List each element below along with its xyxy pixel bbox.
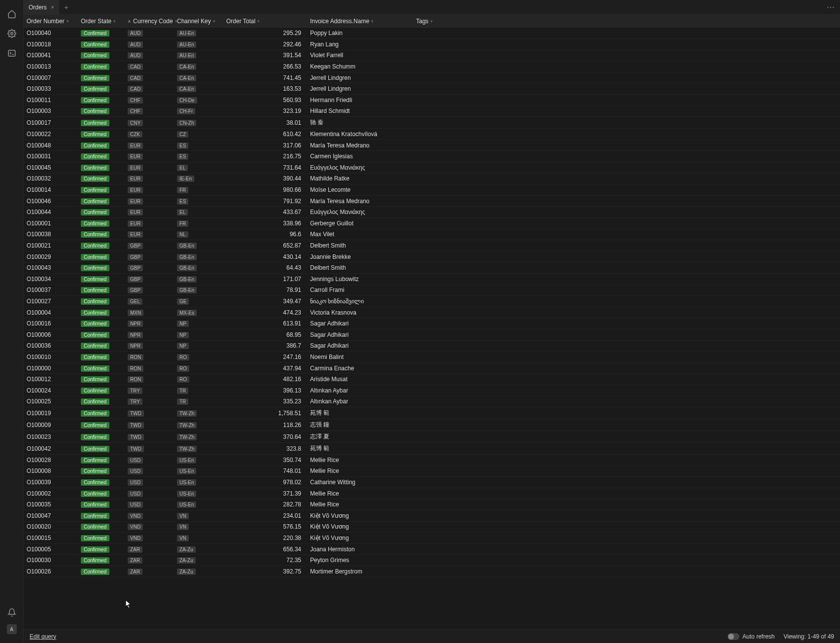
table-row[interactable]: O100003ConfirmedCHFCH-Fr323.19Hillard Sc… (24, 106, 840, 117)
table-row[interactable]: O100012ConfirmedRONRO482.16Aristide Musa… (24, 374, 840, 385)
table-row[interactable]: O100032ConfirmedEURIE-En390.44Mathilde R… (24, 173, 840, 184)
cell-channel: EL (174, 207, 223, 218)
cell-order-state: Confirmed (78, 455, 125, 466)
cell-tags (413, 95, 840, 106)
table-row[interactable]: O100008ConfirmedUSDUS-En748.01Mellie Ric… (24, 465, 840, 477)
table-row[interactable]: O100033ConfirmedCADCA-En163.53Jerrell Li… (24, 83, 840, 95)
cell-order-state: Confirmed (78, 28, 125, 39)
table-row[interactable]: O100038ConfirmedEURNL96.6Max Vilet (24, 229, 840, 240)
table-row[interactable]: O100011ConfirmedCHFCH-De560.93Hermann Fr… (24, 95, 840, 106)
colhead-order-state[interactable]: Order State ▾ (78, 15, 125, 27)
sort-asc-icon[interactable]: ∧ (128, 19, 131, 24)
colhead-invoice-name[interactable]: Invoice Address.Name ▾ (307, 15, 413, 27)
table-row[interactable]: O100022ConfirmedCZKCZ610.42Klementina Kr… (24, 129, 840, 140)
home-icon[interactable] (7, 9, 17, 19)
avatar[interactable]: A (7, 624, 17, 634)
table-row[interactable]: O100028ConfirmedUSDUS-En350.74Mellie Ric… (24, 455, 840, 466)
table-row[interactable]: O100045ConfirmedEUREL731.64Ευάγγελος Μαν… (24, 162, 840, 174)
table-row[interactable]: O100019ConfirmedTWDTW-Zh1,758.51苑博 範 (24, 407, 840, 419)
cell-channel: CH-Fr (174, 106, 223, 117)
colhead-tags[interactable]: Tags ▾ (413, 15, 436, 27)
table-row[interactable]: O100021ConfirmedGBPGB-En652.87Delbert Sm… (24, 240, 840, 251)
table-row[interactable]: O100007ConfirmedCADCA-En741.45Jerrell Li… (24, 72, 840, 83)
table-row[interactable]: O100001ConfirmedEURFR338.96Gerberge Guil… (24, 218, 840, 229)
cell-total: 350.74 (223, 455, 307, 466)
table-row[interactable]: O100002ConfirmedUSDUS-En371.39Mellie Ric… (24, 488, 840, 499)
table-row[interactable]: O100023ConfirmedTWDTW-Zh370.64志澤 夏 (24, 431, 840, 443)
filter-icon[interactable]: ▾ (257, 19, 260, 24)
auto-refresh-toggle[interactable] (728, 633, 739, 640)
table-row[interactable]: O100030ConfirmedZARZA-Zu72.35Peyton Grim… (24, 555, 840, 566)
table-row[interactable]: O100015ConfirmedVNDVN220.38Kiệt Võ Vương (24, 533, 840, 544)
table-row[interactable]: O100009ConfirmedTWDTW-Zh118.26志强 鐘 (24, 419, 840, 431)
colhead-channel-key[interactable]: Channel Key ▾ (174, 15, 223, 27)
terminal-icon[interactable] (7, 48, 17, 58)
table-row[interactable]: O100016ConfirmedNPRNP613.91Sagar Adhikar… (24, 318, 840, 329)
cell-order-number: O100004 (24, 307, 78, 318)
filter-icon[interactable]: ▾ (430, 19, 433, 24)
table-row[interactable]: O100025ConfirmedTRYTR335.23Altınkan Ayba… (24, 396, 840, 407)
cell-name: Aristide Musat (307, 374, 413, 385)
colhead-currency-code[interactable]: ∧ Currency Code ▾ (125, 15, 174, 27)
bell-icon[interactable] (7, 607, 17, 617)
cell-order-number: O100032 (24, 173, 78, 184)
cell-name: Ευάγγελος Μανιάκης (307, 207, 413, 218)
table-row[interactable]: O100026ConfirmedZARZA-Zu392.75Mortimer B… (24, 566, 840, 577)
table-row[interactable]: O100027ConfirmedGELGE349.47ნიაკო ხიზნიაშ… (24, 296, 840, 307)
colhead-order-total[interactable]: Order Total ▾ (223, 15, 307, 27)
cell-total: 748.01 (223, 465, 307, 477)
more-icon[interactable]: ⋯ (827, 2, 840, 12)
table-row[interactable]: O100013ConfirmedCADCA-En266.53Keegan Sch… (24, 61, 840, 72)
close-icon[interactable]: × (51, 3, 55, 11)
colhead-order-number[interactable]: Order Number ▾ (24, 15, 78, 27)
table-row[interactable]: O100041ConfirmedAUDAU-En391.54Violet Far… (24, 50, 840, 61)
table-row[interactable]: O100044ConfirmedEUREL433.67Ευάγγελος Μαν… (24, 207, 840, 218)
cell-currency: AUD (125, 39, 174, 50)
cell-tags (413, 431, 840, 443)
table-row[interactable]: O100037ConfirmedGBPGB-En78.91Carroll Fra… (24, 285, 840, 296)
cell-order-number: O100018 (24, 39, 78, 50)
table-row[interactable]: O100042ConfirmedTWDTW-Zh323.8苑博 範 (24, 443, 840, 455)
cell-order-state: Confirmed (78, 218, 125, 229)
filter-icon[interactable]: ▾ (113, 19, 116, 24)
table-row[interactable]: O100046ConfirmedEURES791.92María Teresa … (24, 195, 840, 207)
table-row[interactable]: O100017ConfirmedCNYCN-Zh38.01驰 秦 (24, 117, 840, 129)
add-tab-button[interactable]: + (59, 0, 73, 14)
table-row[interactable]: O100005ConfirmedZARZA-Zu656.34Joana Herm… (24, 543, 840, 555)
table-row[interactable]: O100036ConfirmedNPRNP386.7Sagar Adhikari (24, 340, 840, 352)
table-row[interactable]: O100029ConfirmedGBPGB-En430.14Joannie Br… (24, 251, 840, 262)
gear-icon[interactable] (7, 29, 17, 38)
cell-total: 163.53 (223, 83, 307, 95)
filter-icon[interactable]: ▾ (213, 19, 215, 24)
cell-order-number: O100002 (24, 488, 78, 499)
edit-query-link[interactable]: Edit query (30, 633, 56, 640)
table-row[interactable]: O100004ConfirmedMXNMX-Es474.23Victoria K… (24, 307, 840, 318)
filter-icon[interactable]: ▾ (371, 19, 374, 24)
cell-order-state: Confirmed (78, 533, 125, 544)
table-row[interactable]: O100040ConfirmedAUDAU-En295.29Poppy Laki… (24, 28, 840, 39)
table-row[interactable]: O100014ConfirmedEURFR980.66Moïse Lecomte (24, 184, 840, 196)
cell-order-number: O100011 (24, 95, 78, 106)
cell-total: 96.6 (223, 229, 307, 240)
cell-order-number: O100001 (24, 218, 78, 229)
table-row[interactable]: O100048ConfirmedEURES317.06María Teresa … (24, 140, 840, 151)
table-row[interactable]: O100020ConfirmedVNDVN576.15Kiệt Võ Vương (24, 521, 840, 533)
table-row[interactable]: O100035ConfirmedUSDUS-En282.78Mellie Ric… (24, 499, 840, 510)
table-row[interactable]: O100034ConfirmedGBPGB-En171.07Jennings L… (24, 273, 840, 285)
table-row[interactable]: O100006ConfirmedNPRNP68.95Sagar Adhikari (24, 329, 840, 340)
table-row[interactable]: O100043ConfirmedGBPGB-En64.43Delbert Smi… (24, 262, 840, 274)
table-row[interactable]: O100000ConfirmedRONRO437.94Carmina Enach… (24, 362, 840, 374)
table-row[interactable]: O100018ConfirmedAUDAU-En292.46Ryan Lang (24, 39, 840, 50)
cell-order-state: Confirmed (78, 207, 125, 218)
cell-channel: CH-De (174, 95, 223, 106)
table-wrap[interactable]: O100040ConfirmedAUDAU-En295.29Poppy Laki… (24, 28, 840, 629)
table-row[interactable]: O100024ConfirmedTRYTR396.13Altınkan Ayba… (24, 385, 840, 396)
table-row[interactable]: O100031ConfirmedEURES216.75Carmen Iglesi… (24, 151, 840, 162)
filter-icon[interactable]: ▾ (67, 19, 69, 24)
cell-order-state: Confirmed (78, 329, 125, 340)
table-row[interactable]: O100039ConfirmedUSDUS-En978.02Catharine … (24, 477, 840, 488)
tab-orders[interactable]: Orders × (24, 0, 59, 14)
cell-order-number: O100048 (24, 140, 78, 151)
table-row[interactable]: O100010ConfirmedRONRO247.16Noemi Balint (24, 352, 840, 363)
table-row[interactable]: O100047ConfirmedVNDVN234.01Kiệt Võ Vương (24, 510, 840, 522)
